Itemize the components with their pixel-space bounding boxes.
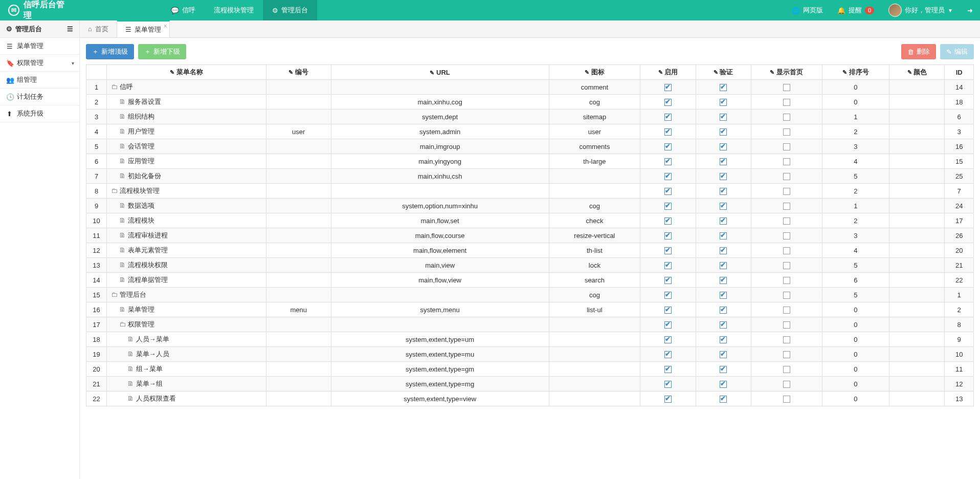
col-header-10[interactable]: ID bbox=[945, 65, 974, 80]
checkbox[interactable] bbox=[783, 366, 790, 373]
checkbox[interactable] bbox=[783, 307, 790, 314]
table-row[interactable]: 5🗎 会话管理main,imgroupcomments316 bbox=[86, 139, 974, 154]
table-row[interactable]: 22🗎 人员权限查看system,extent,type=view013 bbox=[86, 391, 974, 406]
topnav-item-2[interactable]: ⚙管理后台 bbox=[263, 0, 317, 20]
checkbox[interactable] bbox=[664, 307, 672, 314]
table-row[interactable]: 7🗎 初始化备份main,xinhu,csh525 bbox=[86, 169, 974, 184]
checkbox[interactable] bbox=[720, 188, 727, 195]
checkbox[interactable] bbox=[720, 292, 727, 299]
checkbox[interactable] bbox=[783, 292, 790, 299]
col-header-8[interactable]: ✎ 排序号 bbox=[822, 65, 889, 80]
col-header-7[interactable]: ✎ 显示首页 bbox=[751, 65, 822, 80]
table-row[interactable]: 10🗎 流程模块main,flow,setcheck217 bbox=[86, 213, 974, 228]
table-row[interactable]: 13🗎 流程模块权限main,viewlock521 bbox=[86, 258, 974, 273]
sidebar-item-3[interactable]: 🕓计划任务 bbox=[0, 89, 79, 105]
checkbox[interactable] bbox=[720, 173, 727, 180]
col-header-6[interactable]: ✎ 验证 bbox=[696, 65, 751, 80]
checkbox[interactable] bbox=[783, 396, 790, 403]
col-header-5[interactable]: ✎ 启用 bbox=[640, 65, 696, 80]
checkbox[interactable] bbox=[783, 84, 790, 91]
checkbox[interactable] bbox=[664, 114, 672, 121]
sidebar-item-0[interactable]: ☰菜单管理 bbox=[0, 38, 79, 55]
col-header-4[interactable]: ✎ 图标 bbox=[549, 65, 640, 80]
table-row[interactable]: 9🗎 数据选项system,option,num=xinhucog124 bbox=[86, 199, 974, 213]
checkbox[interactable] bbox=[664, 396, 672, 403]
tab-0[interactable]: ⌂首页 bbox=[80, 20, 117, 37]
col-header-1[interactable]: ✎ 菜单名称 bbox=[106, 65, 266, 80]
remind-link[interactable]: 🔔 提醒 0 bbox=[830, 0, 881, 20]
table-row[interactable]: 8🗀 流程模块管理27 bbox=[86, 184, 974, 199]
sidebar-item-4[interactable]: ⬆系统升级 bbox=[0, 105, 79, 122]
close-icon[interactable]: × bbox=[164, 23, 167, 30]
sidebar-toggle[interactable]: ☰ bbox=[67, 25, 73, 33]
table-row[interactable]: 16🗎 菜单管理menusystem,menulist-ul02 bbox=[86, 302, 974, 317]
checkbox[interactable] bbox=[664, 128, 672, 136]
checkbox[interactable] bbox=[783, 217, 790, 225]
checkbox[interactable] bbox=[783, 336, 790, 343]
checkbox[interactable] bbox=[783, 351, 790, 358]
checkbox[interactable] bbox=[664, 277, 672, 284]
checkbox[interactable] bbox=[720, 114, 727, 121]
col-header-0[interactable] bbox=[86, 65, 107, 80]
checkbox[interactable] bbox=[664, 158, 672, 165]
checkbox[interactable] bbox=[664, 173, 672, 180]
checkbox[interactable] bbox=[783, 99, 790, 106]
checkbox[interactable] bbox=[720, 381, 727, 388]
table-row[interactable]: 21🗎 菜单→组system,extent,type=mg012 bbox=[86, 377, 974, 391]
checkbox[interactable] bbox=[783, 188, 790, 195]
table-row[interactable]: 1🗀 信呼comment014 bbox=[86, 80, 974, 95]
checkbox[interactable] bbox=[720, 99, 727, 106]
checkbox[interactable] bbox=[664, 381, 672, 388]
checkbox[interactable] bbox=[664, 217, 672, 225]
sidebar-item-2[interactable]: 👥组管理 bbox=[0, 72, 79, 89]
checkbox[interactable] bbox=[720, 158, 727, 165]
checkbox[interactable] bbox=[664, 262, 672, 269]
checkbox[interactable] bbox=[720, 396, 727, 403]
checkbox[interactable] bbox=[720, 321, 727, 329]
table-row[interactable]: 2🗎 服务器设置main,xinhu,cogcog018 bbox=[86, 95, 974, 110]
checkbox[interactable] bbox=[720, 262, 727, 269]
checkbox[interactable] bbox=[783, 321, 790, 329]
checkbox[interactable] bbox=[783, 232, 790, 239]
checkbox[interactable] bbox=[664, 351, 672, 358]
checkbox[interactable] bbox=[783, 114, 790, 121]
checkbox[interactable] bbox=[720, 203, 727, 210]
checkbox[interactable] bbox=[783, 173, 790, 180]
checkbox[interactable] bbox=[720, 143, 727, 150]
checkbox[interactable] bbox=[783, 381, 790, 388]
checkbox[interactable] bbox=[720, 247, 727, 254]
checkbox[interactable] bbox=[720, 277, 727, 284]
checkbox[interactable] bbox=[720, 128, 727, 136]
table-row[interactable]: 20🗎 组→菜单system,extent,type=gm011 bbox=[86, 362, 974, 377]
checkbox[interactable] bbox=[720, 84, 727, 91]
brand[interactable]: ✉ 信呼后台管理 bbox=[0, 0, 80, 21]
col-header-2[interactable]: ✎ 编号 bbox=[266, 65, 331, 80]
checkbox[interactable] bbox=[783, 262, 790, 269]
table-row[interactable]: 6🗎 应用管理main,yingyongth-large415 bbox=[86, 154, 974, 169]
edit-button[interactable]: ✎ 编辑 bbox=[940, 44, 974, 59]
table-row[interactable]: 12🗎 表单元素管理main,flow,elementth-list420 bbox=[86, 243, 974, 258]
checkbox[interactable] bbox=[783, 247, 790, 254]
logout-button[interactable]: ➜ bbox=[960, 0, 980, 20]
table-row[interactable]: 19🗎 菜单→人员system,extent,type=mu010 bbox=[86, 347, 974, 362]
sidebar-item-1[interactable]: 🔖权限管理▾ bbox=[0, 55, 79, 72]
checkbox[interactable] bbox=[720, 232, 727, 239]
topnav-item-0[interactable]: 💬信呼 bbox=[162, 0, 205, 20]
table-row[interactable]: 14🗎 流程单据管理main,flow,viewsearch622 bbox=[86, 273, 974, 288]
table-row[interactable]: 11🗎 流程审核进程main,flow,courseresize-vertica… bbox=[86, 228, 974, 243]
checkbox[interactable] bbox=[783, 158, 790, 165]
table-row[interactable]: 18🗎 人员→菜单system,extent,type=um09 bbox=[86, 332, 974, 347]
col-header-3[interactable]: ✎ URL bbox=[331, 65, 549, 80]
checkbox[interactable] bbox=[720, 336, 727, 343]
checkbox[interactable] bbox=[664, 336, 672, 343]
col-header-9[interactable]: ✎ 颜色 bbox=[889, 65, 945, 80]
checkbox[interactable] bbox=[783, 128, 790, 136]
web-version-link[interactable]: 🌐 网页版 bbox=[785, 0, 830, 20]
checkbox[interactable] bbox=[664, 99, 672, 106]
checkbox[interactable] bbox=[720, 351, 727, 358]
checkbox[interactable] bbox=[664, 247, 672, 254]
tab-1[interactable]: ☰菜单管理× bbox=[117, 20, 170, 37]
checkbox[interactable] bbox=[783, 203, 790, 210]
checkbox[interactable] bbox=[783, 277, 790, 284]
topnav-item-1[interactable]: 流程模块管理 bbox=[205, 0, 263, 20]
